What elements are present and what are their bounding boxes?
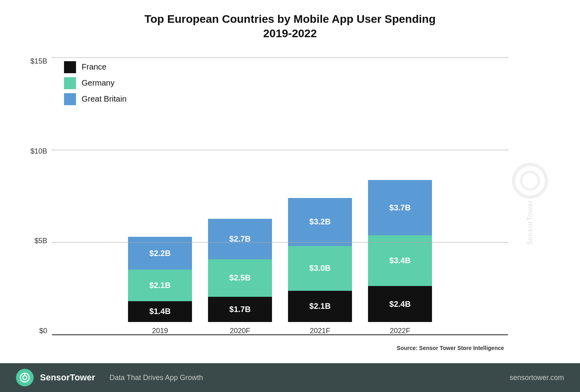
legend-swatch-gb bbox=[64, 93, 76, 105]
bars-container: $1.4B$2.1B$2.2B2019$1.7B$2.5B$2.7B2020F$… bbox=[52, 53, 556, 355]
bar-de-2021F: $3.0B bbox=[288, 246, 352, 291]
legend-item-gb: Great Britain bbox=[64, 93, 126, 105]
bar-group-2019: $1.4B$2.1B$2.2B2019 bbox=[128, 237, 192, 335]
svg-point-1 bbox=[23, 376, 27, 380]
legend-item-germany: Germany bbox=[64, 77, 126, 89]
bar-fr-2019: $1.4B bbox=[128, 301, 192, 322]
y-label-15: $15B bbox=[24, 57, 52, 66]
bar-group-2021F: $2.1B$3.0B$3.2B2021F bbox=[288, 198, 352, 335]
bar-label-2021F: 2021F bbox=[310, 327, 330, 335]
bar-fr-2021F: $2.1B bbox=[288, 291, 352, 322]
bar-stack-2022F: $2.4B$3.4B$3.7B bbox=[368, 180, 432, 322]
y-label-5: $5B bbox=[24, 237, 52, 245]
bar-gb-2019: $2.2B bbox=[128, 237, 192, 270]
legend-label-germany: Germany bbox=[82, 78, 114, 88]
bar-gb-2020F: $2.7B bbox=[208, 219, 272, 259]
chart-inner: France Germany Great Britain $1.4B$2.1B$… bbox=[52, 53, 556, 355]
title-line2: 2019-2022 bbox=[263, 27, 317, 40]
chart-area: $0 $5B $10B $15B France bbox=[24, 53, 556, 355]
y-label-10: $10B bbox=[24, 147, 52, 156]
watermark-text: SensorTower bbox=[526, 200, 534, 246]
watermark-inner bbox=[520, 171, 540, 191]
footer-url: sensortower.com bbox=[510, 374, 564, 382]
chart-title: Top European Countries by Mobile App Use… bbox=[24, 12, 556, 41]
bar-group-2020F: $1.7B$2.5B$2.7B2020F bbox=[208, 219, 272, 335]
bar-de-2022F: $3.4B bbox=[368, 235, 432, 286]
bar-stack-2020F: $1.7B$2.5B$2.7B bbox=[208, 219, 272, 322]
footer-brand: SensorTower bbox=[40, 372, 95, 383]
footer-tagline: Data That Drives App Growth bbox=[110, 374, 203, 382]
footer: SensorTower Data That Drives App Growth … bbox=[0, 363, 580, 392]
bar-fr-2022F: $2.4B bbox=[368, 286, 432, 322]
legend-label-gb: Great Britain bbox=[82, 94, 126, 104]
bar-stack-2019: $1.4B$2.1B$2.2B bbox=[128, 237, 192, 322]
x-axis-line bbox=[52, 334, 508, 335]
main-content: Top European Countries by Mobile App Use… bbox=[0, 0, 580, 363]
y-axis: $0 $5B $10B $15B bbox=[24, 53, 52, 355]
bar-de-2019: $2.1B bbox=[128, 270, 192, 301]
legend-item-france: France bbox=[64, 61, 126, 73]
bar-gb-2021F: $3.2B bbox=[288, 198, 352, 246]
footer-left: SensorTower Data That Drives App Growth bbox=[16, 369, 203, 386]
title-line1: Top European Countries by Mobile App Use… bbox=[144, 13, 436, 25]
bar-de-2020F: $2.5B bbox=[208, 259, 272, 296]
legend: France Germany Great Britain bbox=[64, 61, 126, 105]
bar-group-2022F: $2.4B$3.4B$3.7B2022F bbox=[368, 180, 432, 335]
y-label-0: $0 bbox=[24, 327, 52, 335]
legend-swatch-germany bbox=[64, 77, 76, 89]
bar-stack-2021F: $2.1B$3.0B$3.2B bbox=[288, 198, 352, 322]
bar-label-2019: 2019 bbox=[152, 327, 168, 335]
bar-gb-2022F: $3.7B bbox=[368, 180, 432, 235]
legend-swatch-france bbox=[64, 61, 76, 73]
footer-logo bbox=[16, 369, 34, 386]
source-text: Source: Sensor Tower Store Intelligence bbox=[397, 345, 504, 351]
legend-label-france: France bbox=[82, 62, 106, 72]
watermark: SensorTower bbox=[512, 163, 548, 246]
bar-label-2020F: 2020F bbox=[230, 327, 250, 335]
bar-label-2022F: 2022F bbox=[390, 327, 410, 335]
watermark-circle bbox=[512, 163, 548, 199]
bar-fr-2020F: $1.7B bbox=[208, 297, 272, 322]
